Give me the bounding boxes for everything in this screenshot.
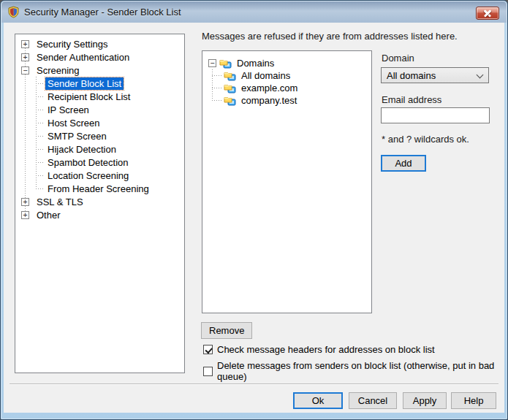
nav-tree-label[interactable]: Security Settings: [34, 38, 110, 50]
domain-icon: [219, 58, 232, 69]
block-list-item-label[interactable]: company.test: [239, 94, 299, 107]
footer-buttons: OkCancelApplyHelp: [4, 392, 504, 409]
email-address-label: Email address: [382, 94, 441, 105]
block-list-item-example-com[interactable]: example.com: [212, 82, 371, 94]
domain-icon: [224, 95, 236, 106]
titlebar[interactable]: Security Manager - Sender Block List: [1, 1, 507, 23]
settings-nav-tree[interactable]: +Security Settings+Sender Authentication…: [15, 34, 185, 373]
nav-tree-item-screening[interactable]: −Screening: [21, 64, 184, 77]
cancel-button[interactable]: Cancel: [349, 392, 397, 409]
expand-plus-icon[interactable]: +: [21, 53, 29, 61]
nav-tree-label[interactable]: SSL & TLS: [34, 196, 86, 208]
nav-tree-label[interactable]: SMTP Screen: [45, 130, 109, 142]
wildcards-note: * and ? wildcards ok.: [382, 134, 469, 145]
tree-connector: [36, 149, 43, 150]
unchecked-checkbox-icon[interactable]: [203, 367, 213, 376]
domain-dropdown[interactable]: All domains: [381, 67, 489, 83]
remove-button[interactable]: Remove: [201, 322, 252, 339]
nav-tree-item-ip-screen[interactable]: IP Screen: [36, 103, 184, 116]
tree-connector: [36, 83, 43, 84]
nav-tree-item-sender-block-list[interactable]: Sender Block List: [36, 77, 184, 90]
nav-tree-item-security-settings[interactable]: +Security Settings: [21, 37, 184, 50]
nav-tree-item-recipient-block-list[interactable]: Recipient Block List: [36, 90, 184, 103]
checkbox-label: Check message headers for addresses on b…: [217, 344, 435, 355]
expand-plus-icon[interactable]: +: [21, 211, 29, 219]
window-title: Security Manager - Sender Block List: [24, 7, 181, 18]
nav-tree-item-sender-authentication[interactable]: +Sender Authentication: [21, 50, 184, 64]
checked-checkbox-icon[interactable]: [203, 345, 213, 354]
block-list-item-all-domains[interactable]: All domains: [212, 69, 371, 82]
checkbox-row-check-headers[interactable]: Check message headers for addresses on b…: [203, 344, 435, 355]
nav-tree-item-host-screen[interactable]: Host Screen: [36, 116, 184, 129]
footer-separator: [10, 383, 498, 385]
help-button[interactable]: Help: [451, 392, 496, 409]
nav-tree-label[interactable]: Host Screen: [45, 117, 102, 129]
nav-tree-label[interactable]: Hijack Detection: [45, 143, 118, 156]
tree-connector: [36, 110, 43, 110]
domain-label: Domain: [382, 53, 414, 64]
nav-tree-label[interactable]: Other: [34, 209, 63, 221]
domains-root-label[interactable]: Domains: [235, 57, 276, 69]
tree-connector: [36, 162, 43, 163]
collapse-minus-icon[interactable]: −: [208, 59, 216, 67]
tree-guide-line: [212, 69, 213, 101]
nav-tree-label[interactable]: Screening: [34, 64, 82, 77]
close-button[interactable]: [476, 7, 499, 20]
email-address-input[interactable]: [381, 107, 490, 123]
domain-icon: [224, 83, 236, 93]
nav-tree-item-smtp-screen[interactable]: SMTP Screen: [36, 129, 184, 142]
nav-tree-label[interactable]: Sender Authentication: [34, 51, 132, 64]
shield-icon: [7, 6, 20, 18]
nav-tree-label[interactable]: Sender Block List: [45, 77, 124, 90]
expand-plus-icon[interactable]: +: [21, 198, 29, 206]
nav-tree-item-other[interactable]: +Other: [21, 208, 184, 221]
tree-connector: [212, 75, 222, 76]
block-list-item-label[interactable]: All domains: [239, 69, 292, 82]
block-list-item-label[interactable]: example.com: [239, 82, 300, 94]
tree-connector: [36, 123, 43, 123]
nav-tree-item-hijack-detection[interactable]: Hijack Detection: [36, 142, 184, 156]
block-list-item-company-test[interactable]: company.test: [212, 94, 371, 107]
domain-dropdown-value: All domains: [387, 70, 436, 81]
nav-tree-item-ssl-tls[interactable]: +SSL & TLS: [21, 195, 184, 208]
dialog-window: Security Manager - Sender Block List +Se…: [0, 0, 508, 420]
domain-icon: [224, 70, 236, 81]
dialog-client-area: +Security Settings+Sender Authentication…: [4, 23, 504, 413]
chevron-down-icon: [477, 72, 484, 79]
expand-plus-icon[interactable]: +: [21, 40, 29, 48]
ok-button[interactable]: Ok: [293, 392, 343, 409]
nav-tree-item-from-header-screening[interactable]: From Header Screening: [36, 182, 184, 195]
nav-tree-label[interactable]: From Header Screening: [45, 183, 151, 195]
nav-tree-item-spambot-detection[interactable]: Spambot Detection: [36, 156, 184, 169]
nav-tree-label[interactable]: Location Screening: [45, 169, 131, 182]
add-button[interactable]: Add: [381, 155, 426, 172]
close-icon: [484, 9, 491, 17]
tree-connector: [212, 88, 222, 88]
tree-connector: [36, 96, 43, 97]
apply-button[interactable]: Apply: [403, 392, 447, 409]
checkbox-label: Delete messages from senders on block li…: [217, 360, 504, 382]
tree-connector: [36, 175, 43, 176]
nav-tree-label[interactable]: Spambot Detection: [45, 156, 131, 169]
collapse-minus-icon[interactable]: −: [21, 66, 29, 75]
tree-connector: [36, 188, 43, 189]
tree-guide-line: [36, 77, 37, 188]
block-list-tree[interactable]: −DomainsAll domainsexample.comcompany.te…: [202, 50, 372, 313]
tree-connector: [36, 136, 43, 137]
nav-tree-label[interactable]: Recipient Block List: [45, 91, 132, 103]
tree-connector: [212, 100, 222, 101]
nav-tree-item-location-screening[interactable]: Location Screening: [36, 169, 184, 182]
domains-root-item[interactable]: −Domains: [208, 57, 371, 69]
checkbox-row-delete-messages[interactable]: Delete messages from senders on block li…: [203, 360, 504, 382]
description-text: Messages are refused if they are from ad…: [202, 31, 458, 42]
nav-tree-label[interactable]: IP Screen: [45, 104, 91, 116]
